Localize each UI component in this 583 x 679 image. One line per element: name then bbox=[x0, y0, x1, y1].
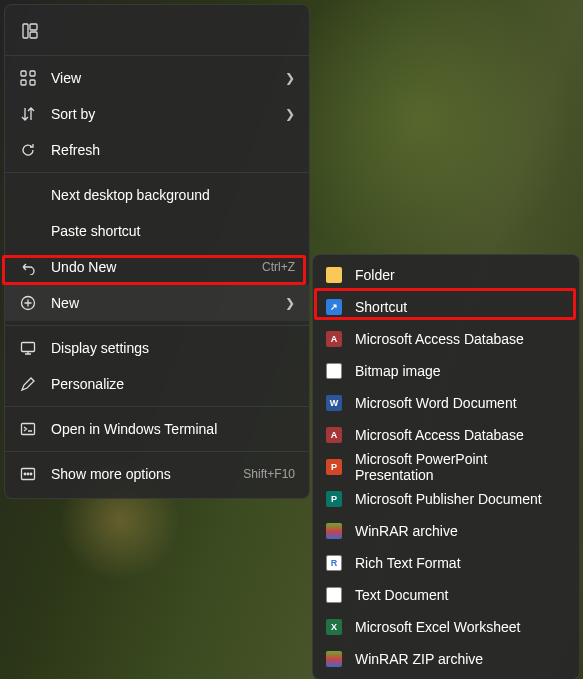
more-options-icon bbox=[19, 465, 37, 483]
submenu-item-access[interactable]: A Microsoft Access Database bbox=[313, 323, 579, 355]
publisher-icon: P bbox=[325, 490, 343, 508]
separator bbox=[5, 325, 309, 326]
folder-icon bbox=[325, 266, 343, 284]
menu-label: Paste shortcut bbox=[51, 223, 295, 239]
menu-accelerator: Shift+F10 bbox=[243, 467, 295, 481]
submenu-label: Folder bbox=[355, 267, 567, 283]
submenu-label: Microsoft Excel Worksheet bbox=[355, 619, 567, 635]
new-icon bbox=[19, 294, 37, 312]
bitmap-icon bbox=[325, 362, 343, 380]
blank-icon bbox=[19, 186, 37, 204]
refresh-icon bbox=[19, 141, 37, 159]
desktop-context-menu: View ❯ Sort by ❯ Refresh Next desktop bbox=[4, 4, 310, 499]
svg-point-13 bbox=[30, 473, 32, 475]
svg-rect-0 bbox=[23, 24, 28, 38]
submenu-label: WinRAR archive bbox=[355, 523, 567, 539]
submenu-item-shortcut[interactable]: ↗ Shortcut bbox=[313, 291, 579, 323]
menu-top-row bbox=[5, 11, 309, 51]
submenu-label: Text Document bbox=[355, 587, 567, 603]
winrar-icon bbox=[325, 522, 343, 540]
svg-rect-5 bbox=[21, 80, 26, 85]
new-submenu: Folder ↗ Shortcut A Microsoft Access Dat… bbox=[312, 254, 580, 679]
svg-point-12 bbox=[27, 473, 29, 475]
layout-options-icon[interactable] bbox=[21, 22, 39, 40]
desktop-background: { "contextMenu": { "view": "View", "sort… bbox=[0, 0, 583, 679]
submenu-item-publisher[interactable]: P Microsoft Publisher Document bbox=[313, 483, 579, 515]
submenu-label: Rich Text Format bbox=[355, 555, 567, 571]
menu-item-display-settings[interactable]: Display settings bbox=[5, 330, 309, 366]
submenu-label: Bitmap image bbox=[355, 363, 567, 379]
menu-item-paste-shortcut[interactable]: Paste shortcut bbox=[5, 213, 309, 249]
sort-icon bbox=[19, 105, 37, 123]
submenu-item-word[interactable]: W Microsoft Word Document bbox=[313, 387, 579, 419]
menu-label: View bbox=[51, 70, 271, 86]
submenu-item-folder[interactable]: Folder bbox=[313, 259, 579, 291]
text-icon bbox=[325, 586, 343, 604]
separator bbox=[5, 55, 309, 56]
menu-label: New bbox=[51, 295, 271, 311]
submenu-item-winrar[interactable]: WinRAR archive bbox=[313, 515, 579, 547]
terminal-icon bbox=[19, 420, 37, 438]
svg-point-11 bbox=[24, 473, 26, 475]
submenu-item-excel[interactable]: X Microsoft Excel Worksheet bbox=[313, 611, 579, 643]
submenu-label: WinRAR ZIP archive bbox=[355, 651, 567, 667]
excel-icon: X bbox=[325, 618, 343, 636]
menu-label: Open in Windows Terminal bbox=[51, 421, 295, 437]
menu-item-open-terminal[interactable]: Open in Windows Terminal bbox=[5, 411, 309, 447]
word-icon: W bbox=[325, 394, 343, 412]
undo-icon bbox=[19, 258, 37, 276]
svg-rect-2 bbox=[30, 32, 37, 38]
blank-icon bbox=[19, 222, 37, 240]
display-icon bbox=[19, 339, 37, 357]
menu-label: Next desktop background bbox=[51, 187, 295, 203]
submenu-item-powerpoint[interactable]: P Microsoft PowerPoint Presentation bbox=[313, 451, 579, 483]
menu-accelerator: Ctrl+Z bbox=[262, 260, 295, 274]
separator bbox=[5, 172, 309, 173]
menu-item-new[interactable]: New ❯ bbox=[5, 285, 309, 321]
chevron-right-icon: ❯ bbox=[285, 296, 295, 310]
menu-label: Display settings bbox=[51, 340, 295, 356]
submenu-item-text[interactable]: Text Document bbox=[313, 579, 579, 611]
svg-rect-3 bbox=[21, 71, 26, 76]
menu-item-show-more[interactable]: Show more options Shift+F10 bbox=[5, 456, 309, 492]
view-icon bbox=[19, 69, 37, 87]
svg-rect-4 bbox=[30, 71, 35, 76]
submenu-label: Microsoft PowerPoint Presentation bbox=[355, 451, 567, 483]
shortcut-icon: ↗ bbox=[325, 298, 343, 316]
chevron-right-icon: ❯ bbox=[285, 71, 295, 85]
svg-rect-8 bbox=[22, 343, 35, 352]
menu-label: Refresh bbox=[51, 142, 295, 158]
access-icon: A bbox=[325, 330, 343, 348]
personalize-icon bbox=[19, 375, 37, 393]
powerpoint-icon: P bbox=[325, 458, 343, 476]
access-icon: A bbox=[325, 426, 343, 444]
submenu-item-winrar-zip[interactable]: WinRAR ZIP archive bbox=[313, 643, 579, 675]
submenu-item-rtf[interactable]: R Rich Text Format bbox=[313, 547, 579, 579]
menu-item-personalize[interactable]: Personalize bbox=[5, 366, 309, 402]
submenu-label: Microsoft Word Document bbox=[355, 395, 567, 411]
menu-item-refresh[interactable]: Refresh bbox=[5, 132, 309, 168]
svg-rect-9 bbox=[22, 424, 35, 435]
menu-label: Show more options bbox=[51, 466, 229, 482]
winrar-zip-icon bbox=[325, 650, 343, 668]
separator bbox=[5, 406, 309, 407]
menu-label: Undo New bbox=[51, 259, 248, 275]
svg-rect-6 bbox=[30, 80, 35, 85]
submenu-label: Microsoft Access Database bbox=[355, 427, 567, 443]
menu-label: Personalize bbox=[51, 376, 295, 392]
menu-item-next-background[interactable]: Next desktop background bbox=[5, 177, 309, 213]
menu-item-sort-by[interactable]: Sort by ❯ bbox=[5, 96, 309, 132]
rtf-icon: R bbox=[325, 554, 343, 572]
separator bbox=[5, 451, 309, 452]
submenu-item-bitmap[interactable]: Bitmap image bbox=[313, 355, 579, 387]
submenu-label: Shortcut bbox=[355, 299, 567, 315]
menu-item-view[interactable]: View ❯ bbox=[5, 60, 309, 96]
menu-label: Sort by bbox=[51, 106, 271, 122]
submenu-label: Microsoft Publisher Document bbox=[355, 491, 567, 507]
submenu-item-access2[interactable]: A Microsoft Access Database bbox=[313, 419, 579, 451]
menu-item-undo-new[interactable]: Undo New Ctrl+Z bbox=[5, 249, 309, 285]
svg-rect-1 bbox=[30, 24, 37, 30]
chevron-right-icon: ❯ bbox=[285, 107, 295, 121]
submenu-label: Microsoft Access Database bbox=[355, 331, 567, 347]
